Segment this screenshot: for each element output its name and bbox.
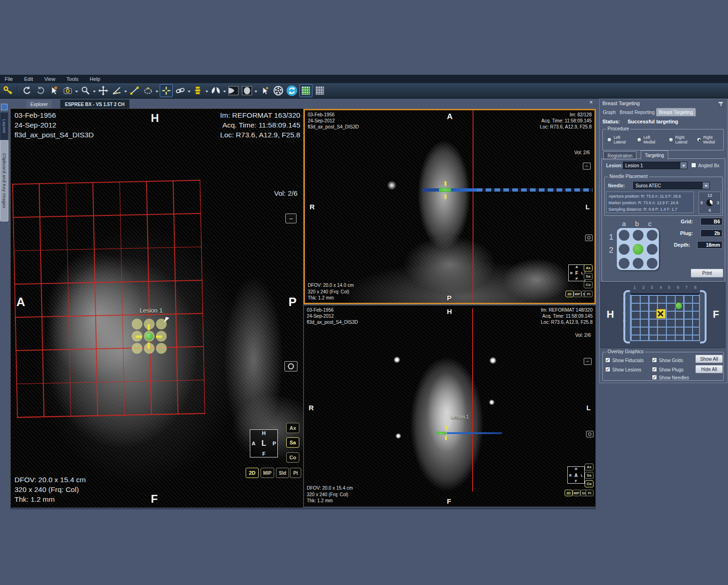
film-icon[interactable] <box>272 85 284 97</box>
target-grid-marker <box>675 302 683 310</box>
show-grids-checkbox[interactable]: ✓ <box>652 357 657 363</box>
show-fiducials-checkbox[interactable]: ✓ <box>605 357 610 363</box>
menu-view[interactable]: View <box>44 76 56 82</box>
dropdown-caret[interactable] <box>254 91 257 94</box>
axial-button[interactable]: Ax <box>585 464 594 471</box>
collapse-button[interactable]: − <box>584 358 592 365</box>
ellipse-roi-icon[interactable] <box>142 85 154 97</box>
needle-position-info: Aperture position: R: 73.6 A: 11.5 F: 26… <box>606 192 694 213</box>
distance-measure-icon[interactable] <box>128 85 141 97</box>
coronal-button[interactable]: Co <box>286 452 299 463</box>
tab-explorer[interactable]: Explorer <box>26 100 52 108</box>
tab-graph[interactable]: Graph <box>601 108 618 116</box>
lesion-field-label: Lesion: <box>606 163 623 168</box>
depth-field-value[interactable]: 18mm <box>697 241 722 249</box>
menu-file[interactable]: File <box>5 76 13 82</box>
side-scroll-chip[interactable] <box>1 104 7 110</box>
point-button[interactable]: Pt <box>586 490 594 496</box>
2d-button[interactable]: 2D <box>565 490 573 496</box>
show-all-button[interactable]: Show All <box>695 355 723 363</box>
viewport-axial[interactable]: Lesion 1 03-Feb-1956 24-Sep-2012 fl3d_ax… <box>304 305 596 507</box>
pan-icon[interactable] <box>97 85 109 97</box>
sagittal-button[interactable]: Sa <box>584 273 593 280</box>
select-pointer-icon[interactable] <box>48 85 60 97</box>
plug-field-value[interactable]: 2b <box>700 229 722 237</box>
lesion-select[interactable]: Lesion 1 <box>623 162 687 169</box>
sagittal-button[interactable]: Sa <box>286 437 299 448</box>
magnifier-icon[interactable] <box>79 85 92 97</box>
crosshair-icon[interactable] <box>160 84 173 97</box>
tab-targeting[interactable]: Targeting <box>641 150 668 160</box>
redo-icon[interactable] <box>35 85 47 97</box>
needle-select[interactable]: Suros ATEC <box>633 182 710 189</box>
side-tab-layout[interactable]: Layout <box>0 112 8 140</box>
dropdown-caret[interactable] <box>124 91 127 94</box>
lungs-icon[interactable] <box>210 85 222 97</box>
viewport-sagittal[interactable]: Lesion 1 03-Feb-1956 24-Sep-2012 fl3d_ax… <box>10 108 304 508</box>
dropdown-caret[interactable] <box>93 91 96 94</box>
grid-field-value[interactable]: B6 <box>700 218 722 225</box>
dropdown-caret[interactable] <box>155 91 158 94</box>
dropdown-caret[interactable] <box>188 91 191 94</box>
mip-button[interactable]: MIP <box>573 291 581 297</box>
mammo-view-2-icon[interactable] <box>241 85 253 97</box>
menu-edit[interactable]: Edit <box>24 76 33 82</box>
radio-left-lateral[interactable] <box>607 137 612 142</box>
pin-icon[interactable] <box>719 102 723 103</box>
sagittal-button[interactable]: Sa <box>585 472 594 479</box>
side-tab-clipboard[interactable]: Clipboard and Key Images <box>0 140 8 221</box>
sync-icon[interactable] <box>286 85 298 97</box>
menu-help[interactable]: Help <box>90 76 100 82</box>
menu-tools[interactable]: Tools <box>66 76 78 82</box>
pointer-sparkle-icon[interactable] <box>259 85 271 97</box>
orientation-right: P <box>289 295 297 309</box>
show-lesions-checkbox[interactable]: ✓ <box>605 367 610 372</box>
snapshot-camera-button[interactable] <box>284 361 297 371</box>
show-grids-label: Show Grids <box>659 358 683 363</box>
axial-button[interactable]: Ax <box>286 423 299 433</box>
mip-button[interactable]: MIP <box>261 468 274 478</box>
print-button[interactable]: Print <box>691 269 723 278</box>
chevron-down-icon[interactable] <box>703 182 709 189</box>
show-needles-checkbox[interactable]: ✓ <box>652 375 657 380</box>
angled-bx-checkbox[interactable] <box>691 163 696 168</box>
axial-button[interactable]: Ax <box>584 264 593 271</box>
needle-aperture-marker <box>439 188 451 192</box>
undo-icon[interactable] <box>21 85 33 97</box>
dropdown-caret[interactable] <box>205 91 208 94</box>
spine-icon[interactable] <box>192 85 204 97</box>
snapshot-camera-button[interactable] <box>585 235 593 241</box>
tab-breast-reporting[interactable]: Breast Reporting <box>617 108 657 116</box>
snapshot-camera-button[interactable] <box>586 431 594 437</box>
point-button[interactable]: Pt <box>290 468 301 478</box>
grid-on-icon[interactable] <box>299 84 312 97</box>
radio-left-medial[interactable] <box>637 137 642 142</box>
mammo-view-1-icon[interactable] <box>227 85 240 97</box>
dropdown-caret[interactable] <box>75 91 78 94</box>
2d-button[interactable]: 2D <box>246 468 259 478</box>
close-icon[interactable]: × <box>589 99 593 105</box>
chevron-down-icon[interactable] <box>680 162 687 169</box>
image-info-top-right: Im: REFORMAT 148/320 Acq. Time: 11:58:09… <box>541 307 593 326</box>
hide-all-button[interactable]: Hide All <box>695 365 723 373</box>
collapse-button[interactable]: − <box>285 214 297 223</box>
dropdown-caret[interactable] <box>223 91 226 94</box>
radio-right-lateral[interactable] <box>669 137 673 142</box>
slide-button[interactable]: Sld <box>276 468 289 478</box>
coronal-button[interactable]: Co <box>584 281 593 288</box>
camera-icon[interactable] <box>62 85 74 97</box>
grid-off-icon[interactable] <box>314 85 326 97</box>
link-icon[interactable] <box>174 85 186 97</box>
angle-measure-icon[interactable] <box>111 85 123 97</box>
viewport-coronal[interactable]: 03-Feb-1956 24-Sep-2012 fl3d_ax_post_S4_… <box>304 109 596 304</box>
tab-breast-targeting[interactable]: Breast Targeting <box>657 108 695 116</box>
2d-button[interactable]: 2D <box>565 291 573 297</box>
tab-patient[interactable]: ESPREE BX - VS 1.5T 2 CH <box>60 99 130 109</box>
coronal-button[interactable]: Co <box>585 480 594 487</box>
radio-right-medial[interactable] <box>697 137 701 142</box>
mip-button[interactable]: MIP <box>573 490 580 496</box>
key-icon[interactable] <box>2 85 14 97</box>
collapse-button[interactable]: − <box>583 163 591 170</box>
point-button[interactable]: Pt <box>585 291 593 297</box>
show-plugs-checkbox[interactable]: ✓ <box>652 367 657 372</box>
